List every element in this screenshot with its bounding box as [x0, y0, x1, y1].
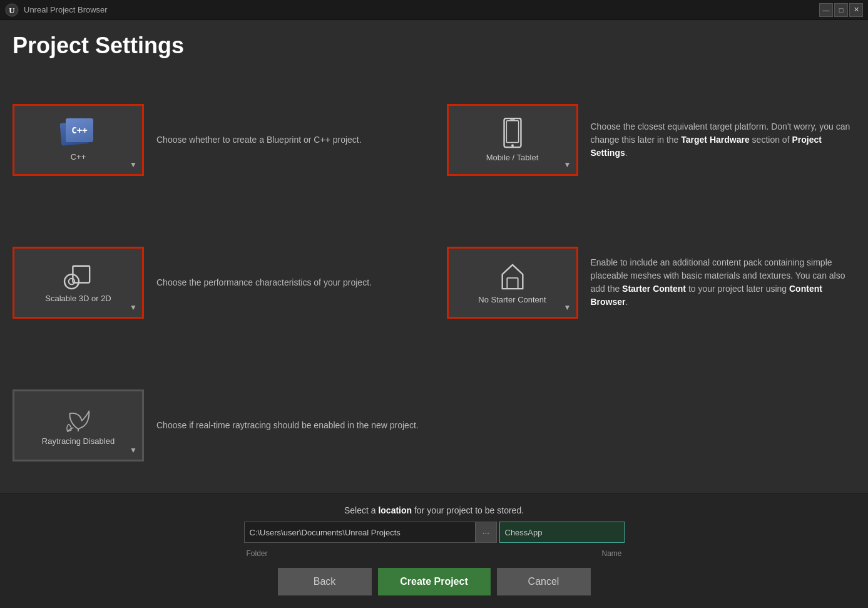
- cpp-setting-card[interactable]: C++ C++ ▼: [13, 104, 144, 176]
- svg-rect-9: [507, 277, 518, 288]
- target-hardware-bold: Target Hardware: [681, 135, 749, 145]
- settings-grid: C++ C++ ▼ Choose whether to create a Blu…: [13, 71, 855, 493]
- svg-text:U: U: [9, 6, 15, 15]
- create-project-button[interactable]: Create Project: [378, 568, 491, 595]
- mobile-setting-card[interactable]: Mobile / Tablet ▼: [447, 104, 578, 176]
- raytracing-label: Raytracing Disabled: [42, 436, 115, 446]
- cancel-button[interactable]: Cancel: [497, 568, 591, 595]
- ue-logo-icon: U: [5, 3, 19, 17]
- svg-rect-3: [506, 120, 518, 142]
- content-description: Enable to include an additional content …: [591, 256, 856, 309]
- content-label: No Starter Content: [478, 295, 546, 304]
- cpp-description: Choose whether to create a Blueprint or …: [156, 133, 422, 147]
- scalable-dropdown-icon: ▼: [130, 303, 137, 312]
- content-setting-row: No Starter Content ▼ Enable to include a…: [447, 214, 856, 351]
- path-labels-row: Folder Name: [244, 549, 625, 558]
- folder-path-input[interactable]: [244, 522, 476, 543]
- svg-point-4: [511, 144, 514, 147]
- title-bar: U Unreal Project Browser — □ ✕: [0, 0, 868, 20]
- mobile-icon: [500, 118, 525, 149]
- scalable-label: Scalable 3D or 2D: [45, 294, 111, 303]
- scalable-icon: [63, 262, 93, 290]
- mobile-setting-row: Mobile / Tablet ▼ Choose the closest equ…: [447, 71, 856, 208]
- project-name-input[interactable]: [499, 522, 625, 543]
- mobile-description: Choose the closest equivalent target pla…: [591, 120, 856, 160]
- path-row: ···: [244, 522, 625, 543]
- scalable-setting-card[interactable]: Scalable 3D or 2D ▼: [13, 247, 144, 319]
- minimize-button[interactable]: —: [819, 3, 833, 17]
- cpp-dropdown-icon: ▼: [130, 160, 137, 169]
- scalable-setting-row: Scalable 3D or 2D ▼ Choose the performan…: [13, 214, 422, 351]
- name-label: Name: [601, 549, 621, 558]
- svg-point-7: [64, 274, 79, 289]
- mobile-label: Mobile / Tablet: [486, 153, 539, 162]
- empty-cell: [447, 357, 856, 493]
- title-bar-left: U Unreal Project Browser: [5, 3, 108, 17]
- main-content: Project Settings C++ C++ ▼ Choose whethe…: [0, 20, 868, 493]
- raytracing-setting-card[interactable]: Raytracing Disabled ▼: [13, 389, 144, 461]
- starter-content-bold: Starter Content: [622, 284, 686, 294]
- raytracing-dropdown-icon: ▼: [130, 446, 137, 455]
- content-setting-card[interactable]: No Starter Content ▼: [447, 247, 578, 319]
- bottom-bar: Select a location for your project to be…: [0, 493, 868, 608]
- raytracing-setting-row: Raytracing Disabled ▼ Choose if real-tim…: [13, 357, 422, 493]
- scalable-description: Choose the performance characteristics o…: [156, 276, 422, 289]
- location-label: Select a location for your project to be…: [344, 505, 524, 515]
- location-bold: location: [378, 505, 412, 515]
- content-dropdown-icon: ▼: [564, 303, 571, 312]
- window-title: Unreal Project Browser: [24, 5, 108, 14]
- raytracing-icon: [63, 405, 94, 433]
- cpp-label: C++: [71, 152, 86, 162]
- svg-rect-6: [73, 265, 89, 282]
- close-button[interactable]: ✕: [849, 3, 863, 17]
- window-controls[interactable]: — □ ✕: [819, 3, 863, 17]
- buttons-row: Back Create Project Cancel: [278, 568, 591, 595]
- back-button[interactable]: Back: [278, 568, 372, 595]
- content-icon: [499, 261, 526, 291]
- raytracing-description: Choose if real-time raytracing should be…: [156, 419, 422, 432]
- cpp-icon: C++: [61, 118, 96, 148]
- browse-folder-button[interactable]: ···: [476, 522, 497, 543]
- cpp-setting-row: C++ C++ ▼ Choose whether to create a Blu…: [13, 71, 422, 208]
- folder-label: Folder: [247, 549, 268, 558]
- svg-point-8: [69, 278, 75, 284]
- maximize-button[interactable]: □: [834, 3, 848, 17]
- page-title: Project Settings: [13, 33, 855, 59]
- mobile-dropdown-icon: ▼: [564, 160, 571, 169]
